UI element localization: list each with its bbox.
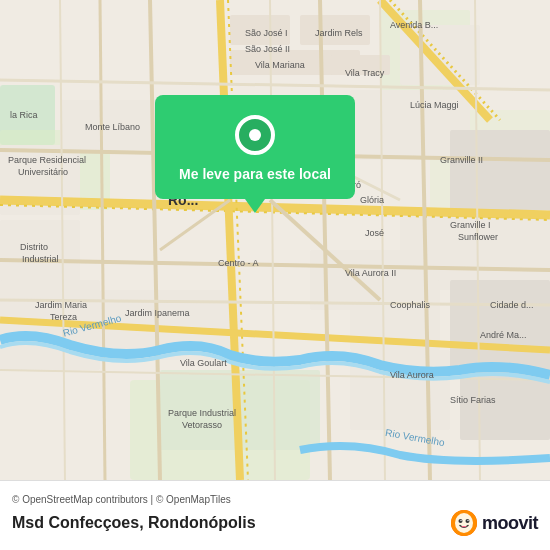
location-row: Msd Confecçoes, Rondonópolis moovit [12, 509, 538, 537]
svg-point-52 [465, 519, 469, 523]
navigate-popup[interactable]: Me leve para este local [155, 95, 355, 199]
map-pin-dot [249, 129, 261, 141]
map-pin [235, 115, 275, 155]
svg-point-54 [467, 520, 468, 521]
map-attribution: © OpenStreetMap contributors | © OpenMap… [12, 494, 538, 505]
moovit-icon [450, 509, 478, 537]
moovit-logo: moovit [450, 509, 538, 537]
svg-point-53 [460, 520, 461, 521]
svg-rect-6 [230, 15, 290, 45]
svg-point-51 [458, 519, 462, 523]
moovit-text: moovit [482, 513, 538, 534]
map-container: São José I Jardim Rels São José II Aveni… [0, 0, 550, 480]
svg-rect-24 [460, 340, 550, 440]
bottom-bar: © OpenStreetMap contributors | © OpenMap… [0, 480, 550, 550]
location-name: Msd Confecçoes, Rondonópolis [12, 514, 256, 532]
popup-label: Me leve para este local [179, 165, 331, 183]
svg-point-50 [455, 513, 473, 533]
svg-rect-7 [300, 15, 370, 45]
